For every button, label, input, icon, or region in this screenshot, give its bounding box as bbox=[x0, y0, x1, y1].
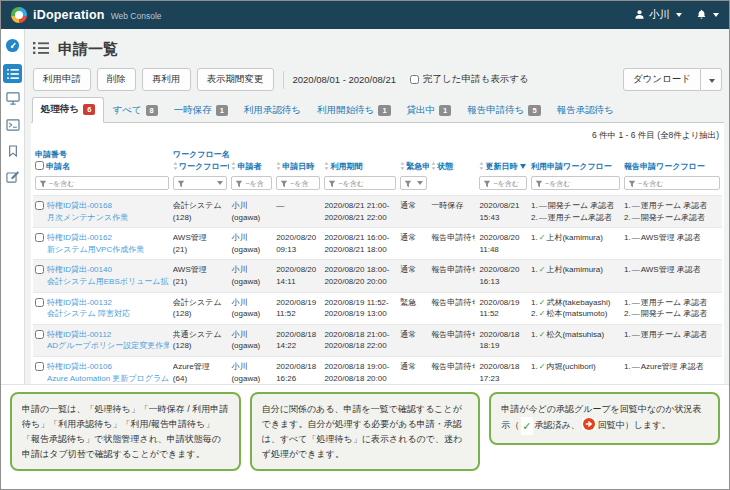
tab-lending[interactable]: 貸出中1 bbox=[399, 99, 460, 123]
cell-report-workflow: 1.—Azure管理 承認者 bbox=[622, 356, 722, 384]
row-checkbox[interactable] bbox=[35, 233, 44, 242]
application-name-link[interactable]: 新システム用VPC作成作業 bbox=[47, 244, 144, 256]
status-value: 報告申請待ち bbox=[431, 232, 475, 244]
col-updated[interactable]: 更新日時 bbox=[477, 148, 529, 175]
column-title: 報告申請ワークフロー bbox=[624, 161, 720, 172]
tab-all[interactable]: すべて8 bbox=[104, 99, 165, 123]
workflow-name: AWS管理 bbox=[173, 264, 228, 276]
row-checkbox[interactable] bbox=[35, 201, 44, 210]
delete-button[interactable]: 削除 bbox=[97, 68, 136, 91]
period-end: 2020/08/21 18:00 bbox=[324, 244, 396, 256]
usage-workflow-step: 1.✓松久(matsuhisa) bbox=[531, 329, 620, 341]
tab-report-approval-waiting[interactable]: 報告承認待ち bbox=[549, 99, 622, 123]
page-title: 申請一覧 bbox=[58, 40, 118, 59]
cell-workflow: 会計システム(128) bbox=[171, 196, 230, 228]
row-checkbox[interactable] bbox=[35, 298, 44, 307]
updated-time: 15:43 bbox=[479, 212, 527, 224]
table-row: 特権ID貸出-00112ADグループポリシー設定変更作業共通システム(128)小… bbox=[33, 324, 722, 356]
application-number-link[interactable]: 特権ID貸出-00112 bbox=[47, 329, 169, 341]
col-status[interactable]: 状態 bbox=[429, 148, 477, 175]
sidebar-item-bookmark[interactable] bbox=[3, 142, 22, 161]
tab-report-apply-waiting[interactable]: 報告申請待ち5 bbox=[459, 99, 548, 123]
updated-date: 2020/08/20 bbox=[479, 264, 527, 276]
table-row: 特権ID貸出-00162新システム用VPC作成作業AWS管理(21)小川(oga… bbox=[33, 228, 722, 260]
application-name-link[interactable]: Azure Automation 更新プログラム... bbox=[47, 373, 169, 384]
workflow-id: (21) bbox=[173, 276, 228, 288]
filter-applied-input[interactable] bbox=[288, 180, 319, 187]
application-number-link[interactable]: 特権ID貸出-00140 bbox=[47, 264, 169, 276]
sidebar-item-dashboard[interactable] bbox=[3, 38, 22, 57]
filter-updated-input[interactable] bbox=[491, 180, 526, 187]
cell-applicant: 小川(ogawa) bbox=[229, 292, 274, 324]
application-number-link[interactable]: 特権ID貸出-00132 bbox=[47, 297, 130, 309]
applied-date: 2020/08/18 bbox=[276, 329, 320, 341]
filter-urgency-select[interactable] bbox=[400, 176, 427, 190]
cell-workflow: 会計システム(128) bbox=[171, 292, 230, 324]
col-urgency[interactable]: 緊急申請 bbox=[398, 148, 429, 175]
sidebar-item-terminal[interactable] bbox=[3, 116, 22, 135]
cell-report-workflow: 1.—運用チーム 承認者2.—開発チーム 承認者 bbox=[622, 292, 722, 324]
cell-usage-workflow: 1.—開発チーム 承認者2.—運用チーム承認者 bbox=[529, 196, 622, 228]
app-window: iDoperation Web Console 小川 申請一覧 利用申請削除再利… bbox=[0, 0, 730, 490]
tab-usage-approval-waiting[interactable]: 利用承認待ち bbox=[236, 99, 309, 123]
updated-date: 2020/08/19 bbox=[479, 297, 527, 309]
filter-applicant-input[interactable] bbox=[243, 180, 271, 187]
tab-count-badge: 1 bbox=[216, 105, 228, 117]
application-number-link[interactable]: 特権ID貸出-00106 bbox=[47, 361, 169, 373]
sidebar-item-compose[interactable] bbox=[3, 168, 22, 187]
cell-updated: 2020/08/1817:23 bbox=[477, 356, 529, 384]
usage-apply-button[interactable]: 利用申請 bbox=[33, 68, 91, 91]
pending-dash-icon: — bbox=[632, 213, 640, 222]
bookmark-icon bbox=[8, 143, 18, 161]
col-applicant[interactable]: 申請者 bbox=[229, 148, 274, 175]
cell-usage-workflow: 1.✓上村(kamimura) bbox=[529, 260, 622, 292]
filter-applicant-box bbox=[231, 176, 272, 190]
row-checkbox[interactable] bbox=[35, 362, 44, 371]
cell-apply-number: 特権ID貸出-00112ADグループポリシー設定変更作業 bbox=[33, 324, 171, 356]
column-title: 利用期間 bbox=[324, 161, 396, 172]
download-button[interactable]: ダウンロード bbox=[623, 68, 701, 91]
applications-table: 申請番号申請名ワークフロー名ワークフローID申請者申請日時利用期間緊急申請状態更… bbox=[33, 148, 722, 384]
filter-apply-number-box bbox=[35, 176, 169, 190]
cell-usage-workflow: 1.✓内堀(uchibori) bbox=[529, 356, 622, 384]
show-completed-checkbox[interactable] bbox=[410, 75, 419, 84]
application-name-link[interactable]: 会計システム 障害対応 bbox=[47, 308, 130, 320]
tab-pending[interactable]: 処理待ち6 bbox=[32, 97, 104, 123]
row-checkbox[interactable] bbox=[35, 330, 44, 339]
filter-report-wf-input[interactable] bbox=[636, 180, 719, 187]
application-name-link[interactable]: ADグループポリシー設定変更作業 bbox=[47, 340, 169, 352]
select-all-checkbox[interactable] bbox=[35, 161, 44, 170]
reuse-button[interactable]: 再利用 bbox=[142, 68, 191, 91]
user-menu[interactable]: 小川 bbox=[634, 8, 682, 22]
cell-applicant: 小川(ogawa) bbox=[229, 356, 274, 384]
brand-logo-icon bbox=[11, 7, 27, 23]
filter-usage-wf-input[interactable] bbox=[543, 180, 619, 187]
row-checkbox[interactable] bbox=[35, 265, 44, 274]
application-number-link[interactable]: 特権ID貸出-00168 bbox=[47, 200, 128, 212]
download-options-button[interactable] bbox=[701, 68, 722, 91]
sidebar-item-list[interactable] bbox=[3, 64, 22, 83]
tabs: 処理待ち6すべて8一時保存1利用承認待ち利用開始待ち1貸出中1報告申請待ち5報告… bbox=[31, 97, 724, 123]
show-completed-checkbox-label: 完了した申請も表示する bbox=[410, 73, 529, 86]
notifications-menu[interactable] bbox=[696, 9, 719, 22]
application-name-link[interactable]: 会計システム用EBSボリューム拡張... bbox=[47, 276, 169, 288]
column-title: 申請番号 bbox=[35, 149, 169, 160]
application-number-link[interactable]: 特権ID貸出-00162 bbox=[47, 232, 144, 244]
sidebar-item-desktop[interactable] bbox=[3, 90, 22, 109]
tab-draft[interactable]: 一時保存1 bbox=[166, 99, 236, 123]
filter-cell-report-wf bbox=[622, 175, 722, 196]
filter-apply-number-input[interactable] bbox=[47, 180, 168, 187]
tab-usage-start-waiting[interactable]: 利用開始待ち1 bbox=[309, 99, 398, 123]
col-applied[interactable]: 申請日時 bbox=[274, 148, 322, 175]
col-period[interactable]: 利用期間 bbox=[322, 148, 398, 175]
tab-count-badge: 1 bbox=[378, 105, 390, 117]
period-end: 2020/08/19 13:00 bbox=[324, 308, 396, 320]
brand-subtitle: Web Console bbox=[111, 11, 162, 21]
application-name-link[interactable]: 月次メンテナンス作業 bbox=[47, 212, 128, 224]
filter-period-input[interactable] bbox=[336, 180, 395, 187]
change-display-period-button[interactable]: 表示期間変更 bbox=[197, 68, 274, 91]
cell-period: 2020/08/18 21:00-2020/08/18 22:00 bbox=[322, 324, 398, 356]
filter-workflow-select[interactable] bbox=[173, 176, 228, 190]
col-workflow[interactable]: ワークフロー名ワークフローID bbox=[171, 148, 230, 175]
tab-label: 利用開始待ち bbox=[317, 104, 374, 117]
